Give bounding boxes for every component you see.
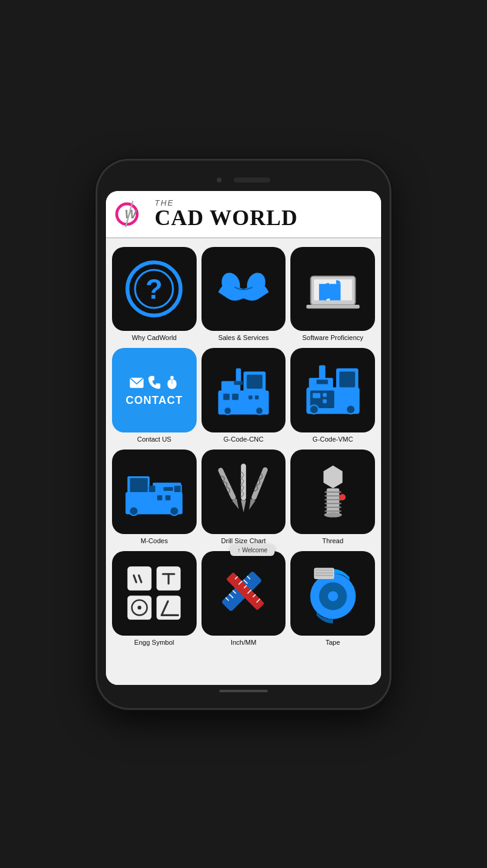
grid-item-why-cadworld[interactable]: ? Why CadWorld bbox=[112, 247, 197, 342]
app-grid: ? Why CadWorld Sales & Services bbox=[106, 238, 381, 685]
phone-speaker bbox=[234, 178, 270, 182]
label-g-code-vmc: G-Code-VMC bbox=[312, 436, 353, 443]
svg-point-51 bbox=[170, 506, 179, 515]
icon-sales-services bbox=[201, 247, 286, 332]
icon-drill-size-chart bbox=[201, 450, 286, 534]
grid-item-software-proficiency[interactable]: Software Proficiency bbox=[290, 247, 375, 342]
grid-item-engg-symbol[interactable]: Engg Symbol bbox=[112, 551, 197, 647]
icon-thread bbox=[290, 450, 375, 534]
svg-rect-38 bbox=[323, 393, 326, 397]
app-logo: W bbox=[114, 197, 149, 231]
svg-point-66 bbox=[324, 512, 342, 517]
svg-rect-24 bbox=[223, 394, 229, 400]
svg-rect-35 bbox=[317, 380, 328, 384]
header-text: THE CAD WORLD bbox=[155, 199, 298, 229]
icon-contact-us: CONTACT bbox=[112, 348, 197, 432]
svg-point-96 bbox=[328, 591, 338, 602]
label-sales-services: Sales & Services bbox=[218, 334, 268, 342]
svg-point-76 bbox=[138, 606, 141, 609]
svg-rect-25 bbox=[232, 394, 238, 400]
label-contact-us: Contact US bbox=[137, 436, 171, 443]
phone-top-bar bbox=[106, 172, 381, 191]
svg-rect-52 bbox=[158, 495, 163, 500]
icon-inch-mm bbox=[201, 551, 286, 636]
svg-rect-49 bbox=[175, 485, 181, 491]
icon-g-code-cnc bbox=[201, 348, 286, 432]
svg-line-2 bbox=[135, 223, 138, 226]
svg-point-40 bbox=[346, 405, 355, 414]
grid-item-thread[interactable]: Thread bbox=[290, 450, 375, 545]
svg-point-65 bbox=[339, 494, 345, 500]
svg-rect-32 bbox=[339, 371, 355, 387]
svg-point-29 bbox=[256, 407, 263, 414]
label-inch-mm: Inch/MM bbox=[231, 639, 256, 647]
icon-tape bbox=[290, 551, 375, 636]
label-tape: Tape bbox=[326, 639, 340, 647]
label-g-code-cnc: G-Code-CNC bbox=[223, 436, 264, 443]
header-title: CAD WORLD bbox=[155, 207, 298, 229]
icon-why-cadworld: ? bbox=[112, 247, 197, 332]
svg-rect-23 bbox=[234, 381, 243, 384]
svg-rect-39 bbox=[323, 399, 326, 403]
icon-software-proficiency bbox=[290, 247, 375, 332]
grid-item-g-code-vmc[interactable]: G-Code-VMC bbox=[290, 348, 375, 443]
home-button-bar bbox=[219, 690, 268, 692]
grid-item-g-code-cnc[interactable]: G-Code-CNC bbox=[201, 348, 286, 443]
svg-rect-21 bbox=[247, 375, 262, 389]
svg-rect-97 bbox=[314, 568, 334, 580]
app-header: W THE CAD WORLD bbox=[106, 191, 381, 238]
svg-rect-16 bbox=[167, 379, 176, 383]
phone-bottom bbox=[106, 685, 381, 697]
svg-text:?: ? bbox=[145, 273, 163, 304]
phone-dot bbox=[217, 178, 222, 182]
svg-rect-53 bbox=[166, 495, 170, 500]
svg-rect-12 bbox=[306, 305, 359, 308]
svg-line-1 bbox=[135, 203, 138, 206]
svg-point-41 bbox=[309, 405, 318, 414]
grid-item-tape[interactable]: Tape bbox=[290, 551, 375, 647]
label-thread: Thread bbox=[322, 537, 343, 545]
svg-rect-44 bbox=[130, 478, 148, 492]
grid-item-contact-us[interactable]: CONTACT Contact US bbox=[112, 348, 197, 443]
phone-frame: W THE CAD WORLD ? bbox=[97, 161, 390, 708]
icon-engg-symbol bbox=[112, 551, 197, 636]
grid-item-m-codes[interactable]: M-Codes bbox=[112, 450, 197, 545]
label-engg-symbol: Engg Symbol bbox=[135, 639, 174, 647]
grid-item-drill-size-chart[interactable]: Drill Size Chart ↑ Welcome bbox=[201, 450, 286, 545]
svg-point-28 bbox=[224, 407, 231, 414]
drill-tooltip-popup: ↑ Welcome bbox=[230, 544, 275, 556]
svg-marker-57 bbox=[323, 465, 342, 488]
svg-rect-26 bbox=[248, 395, 252, 399]
svg-rect-37 bbox=[312, 393, 320, 398]
svg-point-50 bbox=[130, 506, 139, 515]
svg-rect-46 bbox=[149, 485, 155, 491]
label-m-codes: M-Codes bbox=[141, 537, 168, 545]
svg-point-17 bbox=[170, 376, 174, 380]
grid-item-sales-services[interactable]: Sales & Services bbox=[201, 247, 286, 342]
icon-g-code-vmc bbox=[290, 348, 375, 432]
phone-screen: W THE CAD WORLD ? bbox=[106, 191, 381, 685]
icon-m-codes bbox=[112, 450, 197, 534]
grid-item-inch-mm[interactable]: Inch/MM bbox=[201, 551, 286, 647]
svg-rect-27 bbox=[255, 395, 259, 399]
label-why-cadworld: Why CadWorld bbox=[131, 334, 177, 342]
label-software-proficiency: Software Proficiency bbox=[303, 334, 363, 342]
